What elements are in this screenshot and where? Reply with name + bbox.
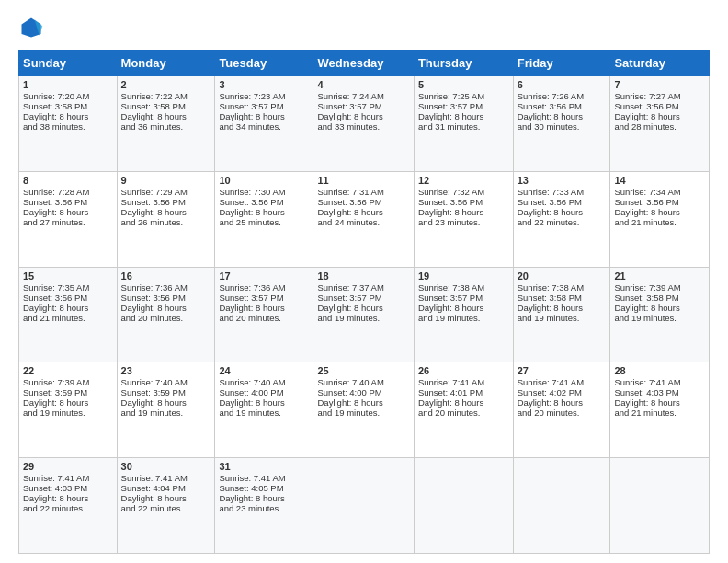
calendar-cell: 15Sunrise: 7:35 AMSunset: 3:56 PMDayligh… [19, 267, 118, 362]
day-number: 5 [418, 79, 509, 90]
day-info-line: and 33 minutes. [317, 121, 409, 132]
day-info-line: Daylight: 8 hours [121, 493, 211, 503]
calendar-cell: 10Sunrise: 7:30 AMSunset: 3:56 PMDayligh… [215, 171, 313, 267]
calendar-cell: 26Sunrise: 7:41 AMSunset: 4:01 PMDayligh… [414, 362, 513, 458]
day-info-line: Sunset: 4:02 PM [518, 387, 607, 397]
day-info-line: Sunset: 3:56 PM [121, 197, 211, 207]
day-number: 3 [219, 79, 309, 90]
day-info-line: and 19 minutes. [317, 313, 409, 323]
calendar-cell: 1Sunrise: 7:20 AMSunset: 3:58 PMDaylight… [19, 76, 118, 172]
calendar-cell: 30Sunrise: 7:41 AMSunset: 4:04 PMDayligh… [117, 458, 215, 554]
day-info-line: Sunrise: 7:20 AM [23, 91, 113, 101]
calendar-cell: 8Sunrise: 7:28 AMSunset: 3:56 PMDaylight… [19, 171, 118, 267]
day-info-line: and 36 minutes. [121, 121, 211, 132]
day-info-line: and 21 minutes. [614, 408, 705, 418]
day-info-line: and 27 minutes. [23, 217, 113, 227]
day-info-line: Daylight: 8 hours [614, 303, 705, 313]
day-info-line: Sunrise: 7:33 AM [518, 187, 607, 197]
day-number: 9 [121, 175, 211, 186]
calendar-header-thursday: Thursday [414, 51, 513, 76]
logo-icon [18, 15, 44, 40]
day-info-line: and 19 minutes. [219, 408, 309, 418]
day-number: 29 [23, 461, 113, 472]
day-info-line: and 21 minutes. [23, 313, 113, 323]
day-info-line: and 20 minutes. [121, 313, 211, 323]
day-number: 15 [23, 270, 113, 282]
day-number: 20 [518, 270, 607, 282]
day-info-line: and 23 minutes. [219, 503, 309, 513]
calendar-cell: 31Sunrise: 7:41 AMSunset: 4:05 PMDayligh… [215, 458, 313, 554]
day-number: 22 [23, 365, 113, 376]
calendar-cell: 21Sunrise: 7:39 AMSunset: 3:58 PMDayligh… [610, 267, 710, 362]
day-number: 25 [317, 365, 409, 376]
day-info-line: and 19 minutes. [317, 408, 409, 418]
day-info-line: and 34 minutes. [219, 121, 309, 132]
day-info-line: Sunrise: 7:38 AM [418, 282, 509, 293]
day-info-line: Sunrise: 7:39 AM [614, 282, 705, 293]
calendar-cell: 2Sunrise: 7:22 AMSunset: 3:58 PMDaylight… [117, 76, 215, 172]
calendar-cell: 19Sunrise: 7:38 AMSunset: 3:57 PMDayligh… [414, 267, 513, 362]
day-info-line: Sunset: 3:58 PM [121, 101, 211, 111]
day-info-line: Sunset: 3:58 PM [614, 293, 705, 303]
day-info-line: and 19 minutes. [121, 408, 211, 418]
day-info-line: Sunrise: 7:40 AM [121, 377, 211, 387]
day-info-line: Sunrise: 7:28 AM [23, 187, 113, 197]
day-info-line: Daylight: 8 hours [23, 493, 113, 503]
day-info-line: Daylight: 8 hours [219, 397, 309, 408]
day-info-line: Daylight: 8 hours [317, 397, 409, 408]
day-info-line: Sunset: 3:57 PM [219, 101, 309, 111]
logo [18, 15, 48, 40]
day-info-line: and 25 minutes. [219, 217, 309, 227]
day-info-line: and 26 minutes. [121, 217, 211, 227]
day-info-line: Daylight: 8 hours [418, 303, 509, 313]
day-info-line: Daylight: 8 hours [23, 303, 113, 313]
day-info-line: Sunset: 4:03 PM [614, 387, 705, 397]
day-info-line: Sunset: 4:05 PM [219, 483, 309, 493]
day-info-line: Sunset: 3:57 PM [317, 101, 409, 111]
day-number: 7 [614, 79, 705, 90]
calendar-cell: 28Sunrise: 7:41 AMSunset: 4:03 PMDayligh… [610, 362, 710, 458]
day-info-line: Sunrise: 7:36 AM [121, 282, 211, 293]
calendar-cell: 13Sunrise: 7:33 AMSunset: 3:56 PMDayligh… [513, 171, 610, 267]
day-info-line: Sunrise: 7:26 AM [518, 91, 607, 101]
header [18, 15, 710, 40]
calendar-cell [414, 458, 513, 554]
day-info-line: and 22 minutes. [121, 503, 211, 513]
calendar-cell: 18Sunrise: 7:37 AMSunset: 3:57 PMDayligh… [313, 267, 414, 362]
day-info-line: and 20 minutes. [518, 408, 607, 418]
day-info-line: Sunset: 3:58 PM [23, 101, 113, 111]
day-number: 11 [317, 175, 409, 186]
day-info-line: Daylight: 8 hours [219, 207, 309, 217]
day-number: 21 [614, 270, 705, 282]
calendar-header-tuesday: Tuesday [215, 51, 313, 76]
day-info-line: Sunrise: 7:41 AM [614, 377, 705, 387]
day-info-line: Sunrise: 7:38 AM [518, 282, 607, 293]
day-info-line: Sunrise: 7:39 AM [23, 377, 113, 387]
day-info-line: Sunset: 3:57 PM [418, 293, 509, 303]
day-info-line: Sunrise: 7:36 AM [219, 282, 309, 293]
day-number: 16 [121, 270, 211, 282]
day-number: 2 [121, 79, 211, 90]
calendar-week-4: 22Sunrise: 7:39 AMSunset: 3:59 PMDayligh… [19, 362, 710, 458]
day-info-line: Sunset: 4:01 PM [418, 387, 509, 397]
day-info-line: Sunset: 3:56 PM [23, 197, 113, 207]
calendar-cell: 7Sunrise: 7:27 AMSunset: 3:56 PMDaylight… [610, 76, 710, 172]
calendar-cell: 29Sunrise: 7:41 AMSunset: 4:03 PMDayligh… [19, 458, 118, 554]
day-info-line: Sunset: 4:00 PM [317, 387, 409, 397]
day-info-line: Daylight: 8 hours [23, 397, 113, 408]
day-info-line: Daylight: 8 hours [219, 111, 309, 121]
calendar-cell: 27Sunrise: 7:41 AMSunset: 4:02 PMDayligh… [513, 362, 610, 458]
day-info-line: Sunrise: 7:41 AM [418, 377, 509, 387]
day-info-line: Daylight: 8 hours [518, 111, 607, 121]
day-info-line: Sunrise: 7:29 AM [121, 187, 211, 197]
day-info-line: Daylight: 8 hours [518, 303, 607, 313]
day-number: 23 [121, 365, 211, 376]
day-info-line: and 20 minutes. [418, 408, 509, 418]
day-info-line: Sunset: 3:59 PM [23, 387, 113, 397]
day-info-line: Sunset: 3:56 PM [418, 197, 509, 207]
calendar-cell: 24Sunrise: 7:40 AMSunset: 4:00 PMDayligh… [215, 362, 313, 458]
calendar-cell [513, 458, 610, 554]
day-number: 26 [418, 365, 509, 376]
day-info-line: Daylight: 8 hours [614, 111, 705, 121]
day-info-line: and 20 minutes. [219, 313, 309, 323]
